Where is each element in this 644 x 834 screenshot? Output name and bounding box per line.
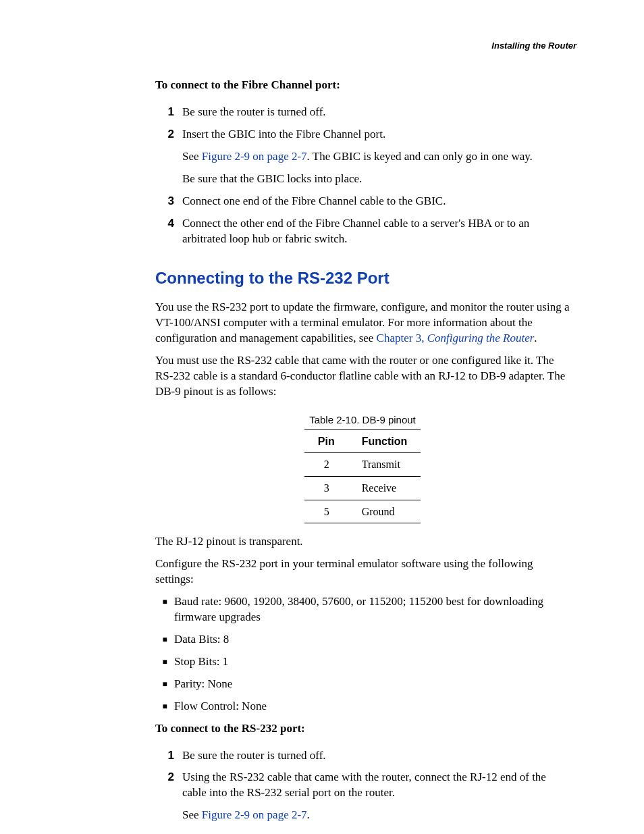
- chapter-ref-link-title[interactable]: Configuring the Router: [427, 332, 535, 344]
- step-sub: See Figure 2-9 on page 2-7. The GBIC is …: [182, 149, 570, 165]
- running-header: Installing the Router: [68, 41, 576, 51]
- list-text: Flow Control: None: [174, 699, 570, 714]
- table-row: 5 Ground: [304, 500, 421, 523]
- table-row: 3 Receive: [304, 476, 421, 500]
- paragraph: Configure the RS-232 port in your termin…: [155, 556, 570, 588]
- bullet-icon: [155, 632, 174, 647]
- list-text: Data Bits: 8: [174, 632, 570, 648]
- step-text: Insert the GBIC into the Fibre Channel p…: [182, 127, 570, 187]
- table-header-pin: Pin: [304, 429, 348, 453]
- step-2: 2 Using the RS-232 cable that came with …: [155, 770, 570, 823]
- cell-function: Transmit: [348, 453, 421, 477]
- step-text: Connect the other end of the Fibre Chann…: [182, 216, 570, 247]
- step-sub: See Figure 2-9 on page 2-7.: [182, 808, 570, 823]
- settings-list: Baud rate: 9600, 19200, 38400, 57600, or…: [155, 594, 570, 714]
- step-4: 4 Connect the other end of the Fibre Cha…: [155, 216, 570, 247]
- step-number: 4: [155, 216, 182, 232]
- bullet-icon: [155, 677, 174, 692]
- list-text: Stop Bits: 1: [174, 654, 570, 670]
- paragraph: You must use the RS-232 cable that came …: [155, 353, 570, 400]
- step-1: 1 Be sure the router is turned off.: [155, 748, 570, 764]
- step-sub: Be sure that the GBIC locks into place.: [182, 172, 570, 187]
- step-number: 1: [155, 748, 182, 764]
- table-row: 2 Transmit: [304, 453, 421, 477]
- list-text: Baud rate: 9600, 19200, 38400, 57600, or…: [174, 594, 570, 625]
- cell-pin: 2: [304, 453, 348, 477]
- cell-pin: 5: [304, 500, 348, 523]
- section-heading-rs232: Connecting to the RS-232 Port: [155, 267, 570, 289]
- cell-function: Ground: [348, 500, 421, 523]
- paragraph: You use the RS-232 port to update the fi…: [155, 300, 570, 346]
- step-3: 3 Connect one end of the Fibre Channel c…: [155, 194, 570, 209]
- paragraph: The RJ-12 pinout is transparent.: [155, 534, 570, 550]
- cell-pin: 3: [304, 476, 348, 500]
- step-text: Connect one end of the Fibre Channel cab…: [182, 194, 570, 209]
- list-item: Baud rate: 9600, 19200, 38400, 57600, or…: [155, 594, 570, 625]
- table-header-function: Function: [348, 429, 421, 453]
- step-number: 2: [155, 770, 182, 785]
- step-text: Be sure the router is turned off.: [182, 105, 570, 120]
- step-2: 2 Insert the GBIC into the Fibre Channel…: [155, 127, 570, 187]
- step-1: 1 Be sure the router is turned off.: [155, 105, 570, 120]
- list-text: Parity: None: [174, 677, 570, 692]
- step-text: Be sure the router is turned off.: [182, 748, 570, 764]
- bullet-icon: [155, 654, 174, 669]
- fc-steps: 1 Be sure the router is turned off. 2 In…: [155, 105, 570, 247]
- db9-pinout-table: Pin Function 2 Transmit 3 Receive 5 Grou…: [304, 429, 421, 523]
- figure-ref-link[interactable]: Figure 2-9 on page 2-7: [202, 808, 307, 821]
- list-item: Stop Bits: 1: [155, 654, 570, 670]
- figure-ref-link[interactable]: Figure 2-9 on page 2-7: [202, 150, 307, 163]
- step-number: 3: [155, 194, 182, 209]
- list-item: Data Bits: 8: [155, 632, 570, 648]
- procedure-intro-rs232: To connect to the RS-232 port:: [155, 721, 570, 737]
- list-item: Flow Control: None: [155, 699, 570, 714]
- step-text: Using the RS-232 cable that came with th…: [182, 770, 570, 823]
- table-caption: Table 2-10. DB-9 pinout: [155, 413, 570, 427]
- page: Installing the Router To connect to the …: [0, 0, 644, 834]
- cell-function: Receive: [348, 476, 421, 500]
- chapter-ref-link[interactable]: Chapter 3,: [377, 332, 427, 344]
- content-column: To connect to the Fibre Channel port: 1 …: [155, 78, 570, 823]
- rs232-steps: 1 Be sure the router is turned off. 2 Us…: [155, 748, 570, 824]
- bullet-icon: [155, 699, 174, 714]
- step-number: 2: [155, 127, 182, 142]
- list-item: Parity: None: [155, 677, 570, 692]
- procedure-intro-fc: To connect to the Fibre Channel port:: [155, 78, 570, 93]
- step-number: 1: [155, 105, 182, 120]
- bullet-icon: [155, 594, 174, 609]
